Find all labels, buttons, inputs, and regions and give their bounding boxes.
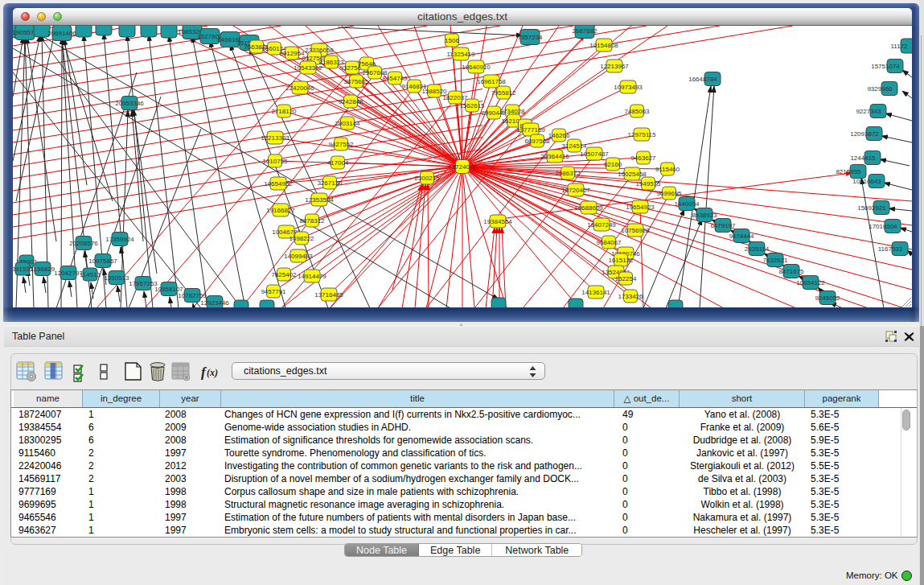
svg-text:19166827: 19166827: [266, 207, 295, 214]
svg-text:1440954: 1440954: [674, 200, 700, 208]
svg-text:12975115: 12975115: [628, 131, 657, 138]
svg-text:10756928: 10756928: [621, 227, 650, 234]
svg-text:12042797: 12042797: [54, 270, 83, 277]
svg-text:17359924: 17359924: [105, 236, 134, 243]
svg-text:152254: 152254: [615, 275, 637, 282]
svg-text:11172: 11172: [890, 43, 908, 50]
svg-text:18640910: 18640910: [462, 64, 491, 71]
svg-text:2935114: 2935114: [745, 245, 770, 253]
svg-text:9329966: 9329966: [867, 85, 893, 93]
svg-text:19384554: 19384554: [483, 218, 512, 225]
svg-text:18724007: 18724007: [448, 163, 477, 171]
svg-text:12923446: 12923446: [200, 299, 229, 307]
svg-text:2300215: 2300215: [414, 175, 440, 182]
svg-text:9684067: 9684067: [596, 239, 622, 246]
svg-text:1244415: 1244415: [850, 154, 876, 162]
svg-text:(x): (x): [207, 367, 218, 378]
svg-text:9734028: 9734028: [499, 108, 525, 115]
svg-text:18407249: 18407249: [587, 221, 616, 229]
svg-text:8912954: 8912954: [279, 50, 305, 57]
svg-text:10210643: 10210643: [852, 178, 881, 185]
svg-text:9463627: 9463627: [630, 154, 656, 162]
svg-text:6897568: 6897568: [524, 138, 550, 145]
svg-text:7357234: 7357234: [517, 34, 543, 41]
svg-text:7955812: 7955812: [491, 89, 516, 97]
svg-text:7632621: 7632621: [762, 257, 788, 264]
svg-text:1010755: 1010755: [262, 158, 288, 165]
svg-text:19654952: 19654952: [264, 180, 293, 187]
svg-text:12093872: 12093872: [850, 130, 879, 138]
svg-text:9457791: 9457791: [261, 288, 286, 295]
svg-text:8454749: 8454749: [382, 75, 408, 82]
svg-text:15751074: 15751074: [871, 63, 900, 70]
svg-text:20691406: 20691406: [47, 30, 76, 37]
svg-text:8878312: 8878312: [299, 217, 325, 225]
svg-text:114513: 114513: [80, 271, 101, 278]
svg-text:10720407: 10720407: [561, 187, 590, 194]
svg-text:1498222: 1498222: [289, 235, 314, 242]
svg-text:16961758: 16961758: [477, 78, 506, 85]
svg-text:11325419: 11325419: [447, 51, 476, 58]
svg-text:8215955: 8215955: [836, 168, 861, 175]
svg-text:10507487: 10507487: [580, 150, 609, 158]
svg-text:7485063: 7485063: [624, 108, 650, 115]
svg-text:6479197: 6479197: [710, 222, 736, 229]
svg-text:9699695: 9699695: [656, 190, 682, 197]
svg-text:22420046: 22420046: [285, 84, 314, 92]
svg-text:2718120: 2718120: [271, 108, 297, 115]
svg-text:1733426: 1733426: [618, 293, 643, 300]
svg-text:3875685: 3875685: [343, 78, 369, 85]
svg-text:2687682: 2687682: [572, 27, 598, 35]
svg-text:12213967: 12213967: [600, 63, 629, 70]
svg-text:14099483: 14099483: [284, 253, 313, 260]
svg-text:1562615: 1562615: [459, 102, 485, 109]
svg-text:10154808: 10154808: [589, 42, 618, 49]
svg-text:1822037: 1822037: [442, 94, 468, 101]
svg-text:20364416: 20364416: [540, 153, 569, 160]
svg-text:9474444: 9474444: [729, 233, 754, 240]
svg-text:1156829: 1156829: [31, 266, 55, 273]
svg-text:7625402: 7625402: [271, 271, 297, 278]
svg-text:10973493: 10973493: [614, 84, 643, 91]
svg-text:10688609: 10688609: [574, 204, 603, 212]
svg-text:20206576: 20206576: [69, 240, 98, 247]
svg-text:10782759: 10782759: [178, 292, 207, 299]
svg-text:146266: 146266: [548, 132, 570, 139]
svg-text:1615132: 1615132: [608, 257, 634, 264]
svg-text:9242848: 9242848: [338, 98, 363, 105]
svg-text:2986372: 2986372: [555, 170, 581, 177]
svg-text:19654923: 19654923: [626, 204, 655, 211]
svg-text:8471675: 8471675: [778, 268, 804, 275]
svg-text:19777169: 19777169: [516, 126, 545, 134]
svg-text:10654122: 10654122: [796, 279, 825, 286]
svg-text:2903144: 2903144: [335, 120, 360, 127]
svg-text:1167533: 1167533: [878, 245, 903, 253]
svg-text:13716485: 13716485: [314, 291, 343, 299]
svg-text:9427552: 9427552: [328, 141, 354, 148]
svg-text:14136141: 14136141: [581, 289, 610, 296]
svg-text:8938923: 8938923: [692, 212, 717, 219]
svg-text:1350513: 1350513: [104, 274, 129, 282]
svg-text:417004: 417004: [327, 159, 349, 167]
svg-text:16648784: 16648784: [688, 76, 717, 83]
svg-text:3267130: 3267130: [317, 179, 343, 187]
svg-text:12353594: 12353594: [305, 196, 334, 204]
svg-text:1506: 1506: [445, 37, 459, 44]
svg-text:62160: 62160: [604, 161, 622, 168]
svg-text:9227343: 9227343: [856, 108, 881, 115]
svg-text:1949575: 1949575: [635, 180, 661, 187]
svg-text:12213303: 12213303: [261, 134, 290, 142]
svg-text:14914479: 14914479: [298, 273, 326, 280]
svg-text:15692921: 15692921: [857, 204, 886, 212]
svg-text:3124514: 3124514: [561, 142, 587, 150]
svg-text:9115460: 9115460: [655, 166, 680, 173]
svg-text:9245052: 9245052: [815, 295, 840, 302]
svg-text:10975867: 10975867: [88, 257, 117, 265]
svg-text:17016504: 17016504: [869, 223, 897, 230]
svg-text:10543362: 10543362: [294, 64, 322, 72]
svg-text:10025458: 10025458: [618, 171, 647, 178]
svg-text:17957253: 17957253: [129, 280, 158, 287]
svg-text:20053346: 20053346: [115, 100, 144, 107]
